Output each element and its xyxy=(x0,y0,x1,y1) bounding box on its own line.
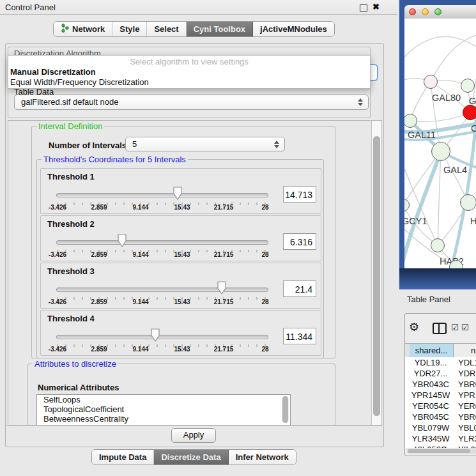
cell-shared-name: YER054C xyxy=(410,401,452,411)
apply-button[interactable]: Apply xyxy=(171,428,216,443)
table-row[interactable]: YDL19...YDL19 xyxy=(405,357,476,368)
tab-impute-data[interactable]: Impute Data xyxy=(92,450,154,464)
tab-label: Infer Network xyxy=(236,452,289,462)
tick-label: 15.43 xyxy=(168,346,196,353)
list-scrollbar[interactable] xyxy=(282,396,289,423)
numerical-attributes-list[interactable]: SelfLoopsTopologicalCoefficientBetweenne… xyxy=(36,394,291,426)
threshold-value-field[interactable]: 11.344 xyxy=(283,328,316,344)
algorithm-hint-option: Select algorithm to view settings xyxy=(8,56,370,67)
slider-track[interactable] xyxy=(56,335,268,339)
node-label: GCY1 xyxy=(404,216,427,226)
close-icon[interactable]: ✖ xyxy=(372,2,380,12)
threshold-value-field[interactable]: 14.713 xyxy=(283,186,316,203)
slider-thumb[interactable] xyxy=(173,187,182,201)
table-hscrollbar[interactable] xyxy=(407,449,476,454)
algorithm-option-equal-width[interactable]: Equal Width/Frequency Discretization xyxy=(8,77,370,88)
slider-thumb[interactable] xyxy=(118,234,127,248)
attribute-list-item[interactable]: TopologicalCoefficient xyxy=(37,404,290,414)
interval-definition-title: Interval Definition xyxy=(36,121,104,131)
table-data-value: galFiltered.sif default node xyxy=(21,97,118,107)
tab-cyni-toolbox[interactable]: Cyni Toolbox xyxy=(187,22,253,36)
checkbox-icon[interactable]: ☑ xyxy=(451,323,459,332)
table-row[interactable]: YBL079WYBL07 xyxy=(405,422,476,433)
slider-track[interactable] xyxy=(56,240,268,245)
threshold-value-field[interactable]: 6.316 xyxy=(283,233,316,250)
tick-label: 9.144 xyxy=(127,251,155,258)
tab-label: Network xyxy=(72,24,105,34)
table-row[interactable]: YBR045CYBR04 xyxy=(405,411,476,422)
table-row[interactable]: YER054CYER05 xyxy=(405,401,476,411)
slider-thumb[interactable] xyxy=(151,328,160,342)
combo-spinner-icon xyxy=(274,140,279,149)
traffic-light-zoom-icon[interactable] xyxy=(434,8,441,15)
tab-infer-network[interactable]: Infer Network xyxy=(229,450,296,464)
slider-track[interactable] xyxy=(56,288,268,292)
number-of-intervals-combo[interactable]: 5 xyxy=(125,137,285,151)
float-window-icon[interactable] xyxy=(360,4,367,12)
cell-name: YBL07 xyxy=(458,422,476,433)
network-node[interactable] xyxy=(461,79,475,93)
tab-network[interactable]: Network xyxy=(54,22,112,36)
tick-label: 28 xyxy=(251,204,279,211)
checkbox-icon[interactable]: ☑ xyxy=(461,323,469,332)
attribute-list-item[interactable]: BetweennessCentrality xyxy=(37,414,290,424)
settings-scrollbar[interactable] xyxy=(371,121,382,425)
network-window: GAL80GALCGAL11GAL4HGCY1HAP2 xyxy=(404,5,476,268)
tab-label: Discretize Data xyxy=(161,452,220,462)
cell-shared-name: YIL052C xyxy=(410,444,452,448)
table-row[interactable]: YPR145WYPR14 xyxy=(405,390,476,401)
column-header-shared-name[interactable]: shared... xyxy=(410,344,454,358)
network-canvas[interactable]: GAL80GALCGAL11GAL4HGCY1HAP2 xyxy=(404,19,476,268)
network-window-titlebar[interactable] xyxy=(404,5,476,19)
threshold-label: Threshold 3 xyxy=(47,266,95,276)
tab-label: Impute Data xyxy=(99,452,146,462)
threshold-label: Threshold 4 xyxy=(47,314,95,323)
numerical-attributes-label: Numerical Attributes xyxy=(38,383,119,392)
traffic-light-close-icon[interactable] xyxy=(409,8,416,15)
tab-jactivemnodules[interactable]: jActiveMNodules xyxy=(253,22,334,36)
tick-label: 21.715 xyxy=(210,251,238,258)
split-columns-icon[interactable] xyxy=(433,323,447,334)
cell-name: YDL19 xyxy=(458,357,476,368)
threshold-panel: Threshold 4-3.4262.8599.14415.4321.71528… xyxy=(40,310,321,356)
tab-style[interactable]: Style xyxy=(112,22,147,36)
list-scrollbar-thumb[interactable] xyxy=(282,396,288,423)
tab-select[interactable]: Select xyxy=(147,22,186,36)
column-header-name[interactable]: name xyxy=(454,344,476,358)
tick-label: 2.859 xyxy=(85,251,113,258)
table-row[interactable]: YBR043CYBR04 xyxy=(405,379,476,390)
tick-label: -3.426 xyxy=(43,251,72,258)
threshold-value-field[interactable]: 21.4 xyxy=(283,280,316,297)
cell-shared-name: YPR145W xyxy=(410,390,452,401)
network-node[interactable] xyxy=(463,105,476,120)
traffic-light-minimize-icon[interactable] xyxy=(422,8,429,15)
threshold-panel: Threshold 2-3.4262.8599.14415.4321.71528… xyxy=(40,215,321,261)
tick-label: -3.426 xyxy=(43,298,72,305)
table-row[interactable]: YIL052CYIL05 xyxy=(405,444,476,448)
table-data-combo[interactable]: galFiltered.sif default node xyxy=(14,95,369,110)
cell-shared-name: YBR043C xyxy=(410,379,452,390)
control-panel-titlebar xyxy=(0,0,397,15)
table-hscrollbar-thumb[interactable] xyxy=(408,449,470,453)
table-row[interactable]: YLR345WYLR34 xyxy=(405,433,476,444)
number-of-intervals-value: 5 xyxy=(132,139,137,149)
slider-thumb[interactable] xyxy=(217,281,226,295)
thresholds-group-title: Threshold's Coordinates for 5 Intervals xyxy=(42,155,188,164)
network-node[interactable] xyxy=(431,142,450,161)
attribute-list-item[interactable]: SelfLoops xyxy=(37,395,290,404)
node-label: GAL4 xyxy=(443,165,467,175)
network-frame-bottom xyxy=(399,268,476,289)
algorithm-dropdown-popup: Select algorithm to view settings Manual… xyxy=(8,55,371,89)
settings-scrollbar-thumb[interactable] xyxy=(373,136,380,416)
network-node[interactable] xyxy=(431,238,445,252)
threshold-label: Threshold 1 xyxy=(47,172,95,181)
algorithm-option-manual[interactable]: Manual Discretization xyxy=(8,67,370,77)
cell-name: YLR34 xyxy=(458,433,476,444)
tab-discretize-data[interactable]: Discretize Data xyxy=(154,450,228,464)
table-row[interactable]: YDR27...YDR27 xyxy=(405,368,476,379)
network-node[interactable] xyxy=(460,194,476,211)
threshold-label: Threshold 2 xyxy=(47,219,95,229)
slider-track[interactable] xyxy=(56,193,268,197)
settings-gear-icon[interactable]: ⚙ xyxy=(409,320,419,334)
network-node[interactable] xyxy=(424,75,438,89)
